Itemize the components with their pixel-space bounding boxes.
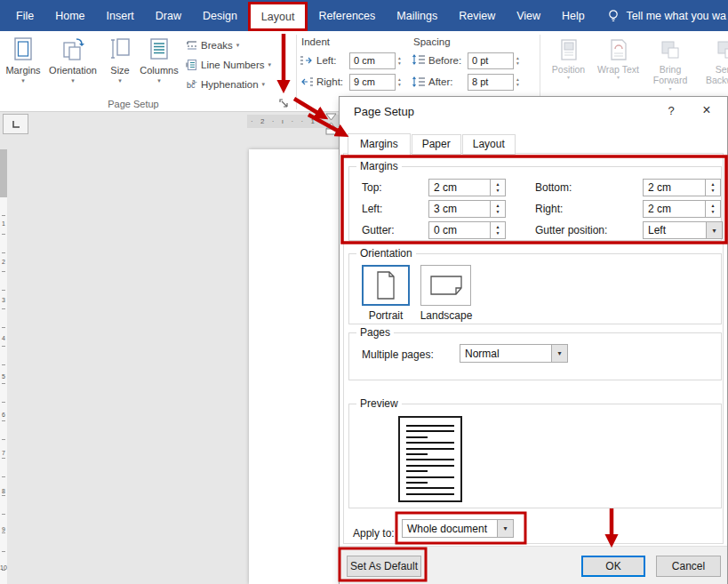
chevron-down-icon: ▾ xyxy=(597,75,639,81)
vertical-ruler[interactable]: 1 2 3 4 5 6 7 8 9 10 xyxy=(0,149,7,584)
tab-references[interactable]: References xyxy=(308,0,386,31)
chevron-down-icon[interactable]: ▾ xyxy=(497,520,513,537)
set-as-default-button[interactable]: Set As Default xyxy=(347,556,421,577)
dialog-help-button[interactable]: ? xyxy=(663,104,679,117)
wrap-text-button-disabled: Wrap Text ▾ xyxy=(597,36,639,92)
page-setup-group-label: Page Setup xyxy=(80,99,187,109)
gutter-position-dropdown[interactable]: Left ▾ xyxy=(643,221,723,239)
dialog-tab-paper[interactable]: Paper xyxy=(412,134,461,155)
wrap-text-icon xyxy=(597,36,639,64)
ok-button[interactable]: OK xyxy=(581,556,645,577)
tab-review[interactable]: Review xyxy=(448,0,506,31)
gutter-input[interactable]: 0 cm xyxy=(428,221,492,239)
indent-right-icon xyxy=(300,76,316,87)
top-margin-input[interactable]: 2 cm xyxy=(428,179,492,196)
tab-file[interactable]: File xyxy=(5,0,44,31)
columns-button[interactable]: Columns ▾ xyxy=(138,35,180,84)
cancel-button[interactable]: Cancel xyxy=(656,556,721,577)
close-icon[interactable]: × xyxy=(697,102,716,118)
dialog-tabs: Margins Paper Layout xyxy=(348,133,516,155)
bottom-margin-label: Bottom: xyxy=(535,179,635,196)
bottom-margin-input[interactable]: 2 cm xyxy=(643,179,707,196)
right-margin-input[interactable]: 2 cm xyxy=(643,200,707,218)
indent-right-input[interactable]: 9 cm xyxy=(349,74,396,91)
chevron-down-icon: ▾ xyxy=(262,81,266,88)
tab-layout[interactable]: Layout xyxy=(248,2,308,31)
bring-forward-button-disabled: Bring Forward ▾ xyxy=(647,36,693,92)
spacing-after-input[interactable]: 8 pt xyxy=(468,74,514,91)
page-setup-menu-buttons: Breaks ▾ Line Numbers ▾ bca- Hyphenation… xyxy=(186,36,271,94)
spacing-before-input[interactable]: 0 pt xyxy=(468,52,514,69)
hyphenation-button[interactable]: bca- Hyphenation ▾ xyxy=(186,75,271,94)
tell-me-box[interactable]: Tell me what you wa xyxy=(626,0,728,31)
tab-help[interactable]: Help xyxy=(551,0,596,31)
left-margin-input[interactable]: 3 cm xyxy=(428,200,492,218)
spacing-after-icon xyxy=(412,76,428,88)
portrait-option[interactable] xyxy=(362,265,410,306)
multiple-pages-dropdown[interactable]: Normal ▾ xyxy=(460,344,568,363)
bring-forward-icon xyxy=(647,36,693,64)
dialog-tab-layout[interactable]: Layout xyxy=(462,134,516,155)
margins-group: Margins Top: 2 cm ▲▼ Bottom: 2 cm ▲▼ Lef… xyxy=(348,166,722,241)
portrait-label: Portrait xyxy=(352,309,420,322)
preview-legend: Preview xyxy=(356,397,402,410)
indent-title: Indent xyxy=(301,36,401,47)
apply-to-dropdown[interactable]: Whole document ▾ xyxy=(402,519,514,538)
lightbulb-icon xyxy=(606,0,620,31)
spacing-before-spinner[interactable]: ▴▾ xyxy=(516,55,519,66)
spacing-after-spinner[interactable]: ▴▾ xyxy=(516,76,519,87)
chevron-down-icon: ▾ xyxy=(548,75,589,81)
indent-right-spinner[interactable]: ▴▾ xyxy=(398,76,401,87)
landscape-page-icon xyxy=(428,274,464,297)
ribbon-separator xyxy=(296,35,297,109)
spacing-before-label: Before: xyxy=(428,55,468,66)
landscape-option[interactable] xyxy=(420,265,471,306)
indent-margin-marker[interactable] xyxy=(325,113,337,140)
breaks-button[interactable]: Breaks ▾ xyxy=(186,36,271,55)
chevron-down-icon[interactable]: ▾ xyxy=(551,345,567,362)
ribbon-tab-bar: File Home Insert Draw Design Layout Refe… xyxy=(0,0,728,31)
tab-draw[interactable]: Draw xyxy=(145,0,192,31)
indent-left-input[interactable]: 0 cm xyxy=(349,52,396,69)
right-margin-spinner[interactable]: ▲▼ xyxy=(705,200,721,218)
chevron-down-icon: ▾ xyxy=(647,86,693,92)
spacing-before-icon xyxy=(412,54,428,67)
margins-legend: Margins xyxy=(356,160,402,172)
orientation-button[interactable]: Orientation ▾ xyxy=(45,35,100,84)
page-break-icon xyxy=(186,39,201,52)
tab-home[interactable]: Home xyxy=(44,0,95,31)
gutter-spinner[interactable]: ▲▼ xyxy=(490,221,506,239)
chevron-down-icon: ▾ xyxy=(236,42,240,49)
landscape-label: Landscape xyxy=(413,309,479,322)
hyphenation-icon: bca- xyxy=(186,78,201,91)
indent-left-spinner[interactable]: ▴▾ xyxy=(398,55,401,66)
size-button[interactable]: Size ▾ xyxy=(102,35,138,84)
top-margin-spinner[interactable]: ▲▼ xyxy=(490,179,506,196)
preview-group: Preview xyxy=(348,404,722,508)
titlebar-spacer xyxy=(596,0,607,31)
preview-page-thumbnail xyxy=(398,416,462,502)
chevron-down-icon[interactable]: ▾ xyxy=(706,222,722,238)
tab-stop-selector[interactable] xyxy=(3,114,28,134)
line-numbers-button[interactable]: Line Numbers ▾ xyxy=(186,55,271,75)
top-margin-label: Top: xyxy=(362,179,428,196)
indent-right-label: Right: xyxy=(316,76,349,87)
orientation-icon xyxy=(45,35,100,63)
tab-mailings[interactable]: Mailings xyxy=(386,0,448,31)
dialog-tab-margins[interactable]: Margins xyxy=(348,133,411,156)
svg-text:a-: a- xyxy=(192,78,197,84)
tab-design[interactable]: Design xyxy=(192,0,248,31)
gutter-label: Gutter: xyxy=(362,221,428,239)
arrange-group: Position ▾ Wrap Text ▾ Bring Forward ▾ xyxy=(548,36,728,92)
chevron-down-icon: ▾ xyxy=(102,77,138,84)
margins-button[interactable]: Margins ▾ xyxy=(2,35,44,84)
tab-insert[interactable]: Insert xyxy=(96,0,145,31)
pages-legend: Pages xyxy=(356,326,394,339)
page-setup-dialog-launcher[interactable] xyxy=(277,97,290,109)
position-button-disabled: Position ▾ xyxy=(548,36,589,92)
tab-view[interactable]: View xyxy=(506,0,551,31)
size-icon xyxy=(102,35,138,63)
left-margin-label: Left: xyxy=(362,200,428,218)
left-margin-spinner[interactable]: ▲▼ xyxy=(490,200,506,218)
bottom-margin-spinner[interactable]: ▲▼ xyxy=(705,179,721,196)
